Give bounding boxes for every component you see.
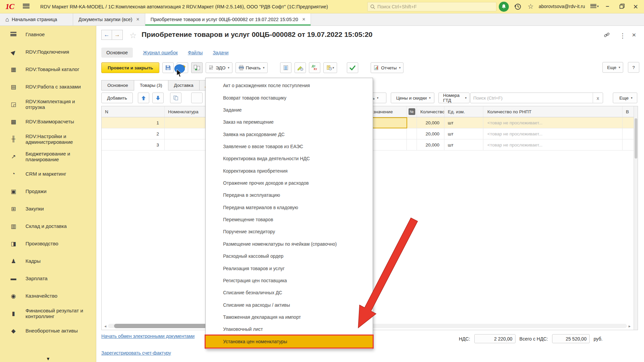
menu-item[interactable]: Акт о расхождениях после поступления [206, 79, 373, 92]
reports-button[interactable]: Отчеты ▾ [371, 62, 404, 73]
tab-close-icon[interactable]: × [136, 16, 139, 22]
col-cut[interactable]: В [623, 106, 634, 117]
history-button[interactable] [514, 3, 522, 12]
menu-item[interactable]: Реализация товаров и услуг [206, 262, 373, 274]
menu-item[interactable]: Корректировка вида деятельности НДС [206, 153, 373, 165]
more-button[interactable]: Еще▾ [602, 62, 623, 73]
scroll-right-icon[interactable]: ▸ [627, 324, 632, 328]
menu-item[interactable]: Регистрация цен поставщика [206, 275, 373, 287]
link-icon[interactable] [604, 32, 610, 40]
menu-item[interactable]: Заявка на расходование ДС [206, 128, 373, 140]
more-dots-icon[interactable]: ⋮ [620, 32, 626, 40]
copy-row-button[interactable] [170, 93, 181, 103]
help-button[interactable]: ? [628, 62, 639, 73]
forward-button[interactable]: → [112, 30, 123, 40]
table-more-button[interactable]: Еще▾ [613, 93, 637, 103]
clear-search-icon[interactable]: x [593, 93, 603, 103]
window-minimize-button[interactable]: – [606, 3, 609, 10]
table-search-input[interactable] [471, 96, 593, 101]
menu-item[interactable]: Таможенная декларация на импорт [206, 311, 373, 323]
save-button[interactable] [162, 62, 174, 73]
tab-goods-purchase-document[interactable]: Приобретение товаров и услуг 00ЦБ-000082… [145, 13, 311, 25]
edit-history-button[interactable] [294, 62, 306, 73]
sidebar-item-rdv-settings[interactable]: ╫RDV:Настройки и администрирование [0, 130, 96, 148]
sidebar-item-rdv-connections[interactable]: ▶RDV:Подключения [0, 43, 96, 61]
prices-discounts-button[interactable]: Цены и скидки▾ [391, 93, 434, 103]
sidebar-item-rdv-settlements[interactable]: ▩RDV:Взаиморасчеты [0, 113, 96, 130]
menu-item[interactable]: Отражение прочих доходов и расходов [206, 177, 373, 189]
move-down-button[interactable] [152, 93, 164, 103]
print-button[interactable]: Печать ▾ [235, 62, 268, 73]
favorite-star-icon[interactable]: ☆ [129, 31, 137, 40]
menu-item[interactable]: Списание на расходы / активы [206, 299, 373, 311]
menu-item[interactable]: Возврат товаров поставщику [206, 92, 373, 104]
col-quantity[interactable]: Количество [417, 106, 444, 117]
tab-home[interactable]: ⌂ Начальная страница [0, 13, 73, 25]
menu-item[interactable]: Задание [206, 104, 373, 116]
user-email[interactable]: aborovtsova@rdv-it.ru [539, 4, 585, 9]
sidebar-item-production[interactable]: ◨Производство [0, 235, 96, 252]
back-button[interactable]: ← [101, 30, 112, 40]
menu-item[interactable]: Размещение номенклатуры по ячейкам (спра… [206, 238, 373, 250]
favorites-star-icon[interactable]: ☆ [528, 2, 534, 10]
sidebar-item-treasury[interactable]: ◉Казначейство [0, 287, 96, 305]
tab-close-icon[interactable]: × [302, 16, 305, 22]
sidebar-item-rdv-catalog[interactable]: ▦RDV:Товарный каталог [0, 61, 96, 78]
post-and-close-button[interactable]: Провести и закрыть [101, 62, 159, 73]
notifications-button[interactable] [499, 2, 509, 12]
sidebar-item-noncurrent-assets[interactable]: ◆Внеоборотные активы [0, 322, 96, 340]
active-cell-outline[interactable] [369, 117, 407, 128]
sidebar-item-crm[interactable]: ◔CRM и маркетинг [0, 165, 96, 183]
document-register-button[interactable] [280, 62, 291, 73]
register-invoice-link[interactable]: Зарегистрировать счет-фактуру [101, 350, 171, 356]
menu-item[interactable]: Заявление о ввозе товаров из ЕАЭС [206, 140, 373, 153]
move-up-button[interactable] [138, 93, 149, 103]
global-search[interactable] [367, 2, 496, 11]
nav-main[interactable]: Основное [101, 48, 133, 58]
sidebar-scroll-down-icon[interactable]: ▼ [0, 356, 96, 361]
scroll-left-icon[interactable]: ◂ [103, 324, 108, 328]
global-search-input[interactable] [377, 4, 488, 9]
menu-item[interactable]: Упаковочный лист [206, 323, 373, 335]
col-rnpt-quantity[interactable]: Количество по РНПТ [483, 106, 623, 117]
window-close-button[interactable]: × [633, 2, 638, 11]
sidebar-item-salary[interactable]: ▬Зарплата [0, 270, 96, 287]
menu-item[interactable]: Перемещение товаров [206, 214, 373, 226]
menu-item[interactable]: Поручение экспедитору [206, 226, 373, 238]
table-search[interactable]: x [470, 93, 603, 103]
menu-item[interactable]: Передача в эксплуатацию [206, 189, 373, 201]
col-n[interactable]: N [102, 106, 165, 117]
dt-kt-postings-button[interactable]: ДтКт [309, 62, 320, 73]
menu-item-set-prices-highlighted[interactable]: Установка цен номенклатуры [206, 336, 373, 348]
sidebar-item-rdv-orders[interactable]: ▤RDV:Работа с заказами [0, 78, 96, 96]
doc-schedule-button[interactable]: ▾ [323, 62, 337, 73]
add-row-button[interactable]: Добавить [101, 93, 133, 103]
sidebar-item-rdv-picking[interactable]: ◲RDV:Комплектация и отгрузка [0, 96, 96, 113]
sidebar-item-main[interactable]: Главное [0, 26, 96, 43]
create-based-on-button[interactable] [191, 62, 203, 73]
close-document-icon[interactable]: × [632, 31, 636, 39]
sidebar-item-budgeting[interactable]: ↗Бюджетирование и планирование [0, 148, 96, 165]
gtd-numbers-button[interactable]: Номера ГТД▾ [438, 93, 470, 103]
tab-goods[interactable]: Товары (3) [134, 80, 168, 90]
check-fill-button[interactable] [347, 62, 358, 73]
edo-button[interactable]: ЭДО ▾ [206, 62, 232, 73]
user-menu-button[interactable]: ▾ [590, 4, 599, 8]
sidebar-item-hr[interactable]: ♟Кадры [0, 252, 96, 270]
col-number-badge[interactable]: № [407, 106, 417, 117]
tab-purchase-documents[interactable]: Документы закупки (все) × [73, 13, 145, 25]
menu-item[interactable]: Передача материалов в кладовую [206, 201, 373, 214]
nav-files[interactable]: Файлы [188, 50, 203, 55]
tab-delivery[interactable]: Доставка [168, 80, 200, 90]
col-unit[interactable]: Ед. изм. [444, 106, 483, 117]
sidebar-item-finresult[interactable]: ▮Финансовый результат и контроллинг [0, 305, 96, 322]
sidebar-item-purchases[interactable]: ⊞Закупки [0, 200, 96, 218]
menu-item[interactable]: Списание безналичных ДС [206, 287, 373, 299]
start-edo-exchange-link[interactable]: Начать обмен электронными документами [101, 334, 195, 339]
window-restore-button[interactable] [620, 4, 625, 10]
tab-main[interactable]: Основное [101, 80, 134, 90]
sidebar-item-sales[interactable]: ▣Продажи [0, 183, 96, 200]
hidden-under-menu-button[interactable] [191, 93, 203, 103]
scrollbar-thumb[interactable] [635, 118, 637, 159]
menu-item[interactable]: Корректировка приобретения [206, 165, 373, 177]
